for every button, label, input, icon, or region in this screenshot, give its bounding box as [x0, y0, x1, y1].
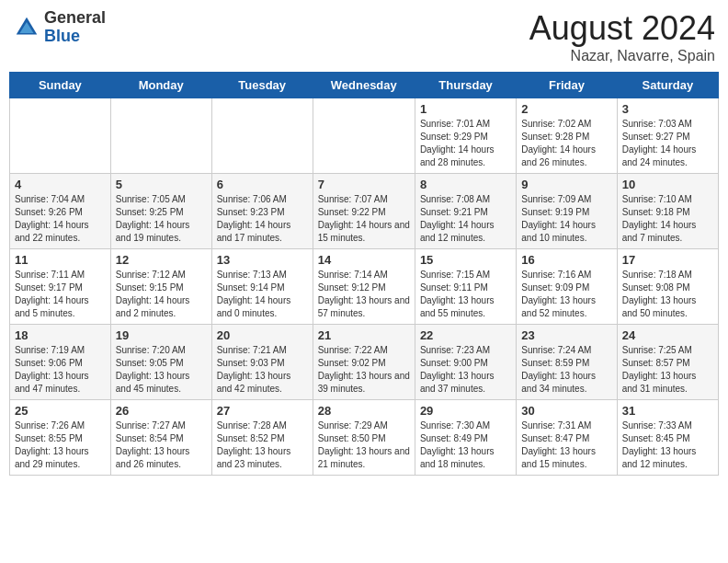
day-number: 12	[116, 253, 207, 267]
calendar-cell: 31Sunrise: 7:33 AM Sunset: 8:45 PM Dayli…	[617, 400, 718, 476]
day-info: Sunrise: 7:26 AM Sunset: 8:55 PM Dayligh…	[15, 419, 106, 471]
day-info: Sunrise: 7:30 AM Sunset: 8:49 PM Dayligh…	[420, 419, 511, 471]
day-info: Sunrise: 7:27 AM Sunset: 8:54 PM Dayligh…	[116, 419, 207, 471]
calendar-cell: 20Sunrise: 7:21 AM Sunset: 9:03 PM Dayli…	[211, 325, 313, 400]
calendar-cell: 29Sunrise: 7:30 AM Sunset: 8:49 PM Dayli…	[415, 400, 516, 476]
day-number: 28	[318, 404, 410, 418]
day-number: 15	[420, 253, 511, 267]
calendar-cell: 30Sunrise: 7:31 AM Sunset: 8:47 PM Dayli…	[517, 400, 617, 476]
day-number: 4	[15, 178, 106, 191]
location: Nazar, Navarre, Spain	[529, 48, 715, 64]
calendar-cell: 9Sunrise: 7:09 AM Sunset: 9:19 PM Daylig…	[517, 174, 617, 249]
calendar-cell: 18Sunrise: 7:19 AM Sunset: 9:06 PM Dayli…	[10, 325, 111, 400]
week-row-4: 18Sunrise: 7:19 AM Sunset: 9:06 PM Dayli…	[10, 325, 719, 400]
day-number: 10	[622, 178, 713, 191]
day-info: Sunrise: 7:19 AM Sunset: 9:06 PM Dayligh…	[15, 344, 106, 396]
day-info: Sunrise: 7:02 AM Sunset: 9:28 PM Dayligh…	[521, 118, 611, 169]
day-info: Sunrise: 7:09 AM Sunset: 9:19 PM Dayligh…	[521, 193, 611, 245]
calendar-cell: 15Sunrise: 7:15 AM Sunset: 9:11 PM Dayli…	[415, 249, 516, 325]
day-number: 21	[318, 328, 410, 342]
day-info: Sunrise: 7:08 AM Sunset: 9:21 PM Dayligh…	[420, 193, 511, 245]
calendar-cell: 3Sunrise: 7:03 AM Sunset: 9:27 PM Daylig…	[617, 98, 718, 174]
day-info: Sunrise: 7:07 AM Sunset: 9:22 PM Dayligh…	[318, 193, 410, 245]
day-info: Sunrise: 7:33 AM Sunset: 8:45 PM Dayligh…	[622, 419, 713, 471]
weekday-header-friday: Friday	[517, 73, 617, 98]
day-info: Sunrise: 7:12 AM Sunset: 9:15 PM Dayligh…	[116, 269, 207, 320]
day-number: 8	[420, 178, 511, 191]
weekday-header-row: SundayMondayTuesdayWednesdayThursdayFrid…	[10, 73, 719, 98]
calendar-cell: 1Sunrise: 7:01 AM Sunset: 9:29 PM Daylig…	[415, 98, 516, 174]
title-block: August 2024 Nazar, Navarre, Spain	[529, 9, 715, 64]
calendar-cell: 28Sunrise: 7:29 AM Sunset: 8:50 PM Dayli…	[313, 400, 415, 476]
week-row-3: 11Sunrise: 7:11 AM Sunset: 9:17 PM Dayli…	[10, 249, 719, 325]
day-number: 11	[15, 253, 106, 267]
calendar-cell: 10Sunrise: 7:10 AM Sunset: 9:18 PM Dayli…	[617, 174, 718, 249]
week-row-5: 25Sunrise: 7:26 AM Sunset: 8:55 PM Dayli…	[10, 400, 719, 476]
calendar-cell: 26Sunrise: 7:27 AM Sunset: 8:54 PM Dayli…	[110, 400, 211, 476]
day-number: 2	[521, 102, 611, 116]
day-number: 31	[622, 404, 713, 418]
calendar-cell	[110, 98, 211, 174]
calendar-cell: 19Sunrise: 7:20 AM Sunset: 9:05 PM Dayli…	[110, 325, 211, 400]
day-number: 22	[420, 328, 511, 342]
day-info: Sunrise: 7:10 AM Sunset: 9:18 PM Dayligh…	[622, 193, 713, 245]
day-info: Sunrise: 7:28 AM Sunset: 8:52 PM Dayligh…	[217, 419, 308, 471]
calendar-cell: 27Sunrise: 7:28 AM Sunset: 8:52 PM Dayli…	[211, 400, 313, 476]
day-number: 13	[217, 253, 308, 267]
day-number: 17	[622, 253, 713, 267]
calendar-cell: 5Sunrise: 7:05 AM Sunset: 9:25 PM Daylig…	[110, 174, 211, 249]
calendar-cell: 24Sunrise: 7:25 AM Sunset: 8:57 PM Dayli…	[617, 325, 718, 400]
weekday-header-sunday: Sunday	[10, 73, 111, 98]
day-info: Sunrise: 7:03 AM Sunset: 9:27 PM Dayligh…	[622, 118, 713, 169]
calendar-cell: 13Sunrise: 7:13 AM Sunset: 9:14 PM Dayli…	[211, 249, 313, 325]
day-info: Sunrise: 7:20 AM Sunset: 9:05 PM Dayligh…	[116, 344, 207, 396]
calendar-cell	[313, 98, 415, 174]
day-number: 23	[521, 328, 611, 342]
calendar-cell: 14Sunrise: 7:14 AM Sunset: 9:12 PM Dayli…	[313, 249, 415, 325]
day-number: 18	[15, 328, 106, 342]
calendar-cell: 7Sunrise: 7:07 AM Sunset: 9:22 PM Daylig…	[313, 174, 415, 249]
calendar-cell: 2Sunrise: 7:02 AM Sunset: 9:28 PM Daylig…	[517, 98, 617, 174]
day-info: Sunrise: 7:23 AM Sunset: 9:00 PM Dayligh…	[420, 344, 511, 396]
week-row-1: 1Sunrise: 7:01 AM Sunset: 9:29 PM Daylig…	[10, 98, 719, 174]
day-number: 6	[217, 178, 308, 191]
day-info: Sunrise: 7:06 AM Sunset: 9:23 PM Dayligh…	[217, 193, 308, 245]
logo-blue: Blue	[44, 28, 106, 46]
day-info: Sunrise: 7:13 AM Sunset: 9:14 PM Dayligh…	[217, 269, 308, 320]
calendar-cell	[211, 98, 313, 174]
day-info: Sunrise: 7:22 AM Sunset: 9:02 PM Dayligh…	[318, 344, 410, 396]
day-info: Sunrise: 7:31 AM Sunset: 8:47 PM Dayligh…	[521, 419, 611, 471]
logo-general: General	[44, 9, 106, 28]
weekday-header-tuesday: Tuesday	[211, 73, 313, 98]
day-info: Sunrise: 7:18 AM Sunset: 9:08 PM Dayligh…	[622, 269, 713, 320]
day-number: 30	[521, 404, 611, 418]
day-number: 26	[116, 404, 207, 418]
day-number: 27	[217, 404, 308, 418]
day-info: Sunrise: 7:15 AM Sunset: 9:11 PM Dayligh…	[420, 269, 511, 320]
weekday-header-wednesday: Wednesday	[313, 73, 415, 98]
day-number: 3	[622, 102, 713, 116]
weekday-header-saturday: Saturday	[617, 73, 718, 98]
day-number: 1	[420, 102, 511, 116]
day-number: 19	[116, 328, 207, 342]
calendar-cell: 4Sunrise: 7:04 AM Sunset: 9:26 PM Daylig…	[10, 174, 111, 249]
day-number: 9	[521, 178, 611, 191]
calendar-cell: 25Sunrise: 7:26 AM Sunset: 8:55 PM Dayli…	[10, 400, 111, 476]
day-number: 16	[521, 253, 611, 267]
day-number: 14	[318, 253, 410, 267]
calendar-cell: 6Sunrise: 7:06 AM Sunset: 9:23 PM Daylig…	[211, 174, 313, 249]
day-number: 7	[318, 178, 410, 191]
week-row-2: 4Sunrise: 7:04 AM Sunset: 9:26 PM Daylig…	[10, 174, 719, 249]
day-info: Sunrise: 7:24 AM Sunset: 8:59 PM Dayligh…	[521, 344, 611, 396]
day-number: 25	[15, 404, 106, 418]
day-number: 5	[116, 178, 207, 191]
weekday-header-thursday: Thursday	[415, 73, 516, 98]
calendar-table: SundayMondayTuesdayWednesdayThursdayFrid…	[9, 72, 719, 476]
calendar-cell: 22Sunrise: 7:23 AM Sunset: 9:00 PM Dayli…	[415, 325, 516, 400]
weekday-header-monday: Monday	[110, 73, 211, 98]
month-year: August 2024	[529, 9, 715, 48]
calendar-cell: 17Sunrise: 7:18 AM Sunset: 9:08 PM Dayli…	[617, 249, 718, 325]
day-info: Sunrise: 7:21 AM Sunset: 9:03 PM Dayligh…	[217, 344, 308, 396]
calendar-cell	[10, 98, 111, 174]
day-info: Sunrise: 7:11 AM Sunset: 9:17 PM Dayligh…	[15, 269, 106, 320]
